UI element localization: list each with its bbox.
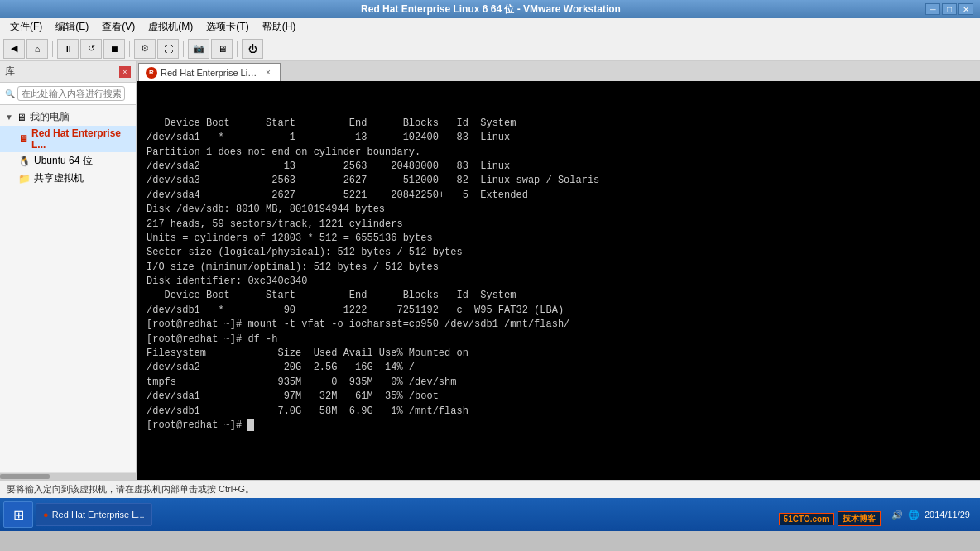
tree-child-icon-0: 🖥	[18, 133, 28, 145]
watermark-badge-1: 51CTO.com	[779, 513, 834, 525]
terminal-line: /dev/sda2 20G 2.5G 16G 14% /	[147, 361, 970, 375]
terminal-line: /dev/sda3 2563 2627 512000 82 Linux swap…	[147, 174, 970, 188]
toolbar-btn-restart[interactable]: ↺	[80, 39, 102, 59]
terminal-line: /dev/sdb1 7.0G 58M 6.9G 1% /mnt/flash	[147, 405, 970, 419]
horizontal-scrollbar-thumb[interactable]	[0, 474, 50, 479]
sidebar-title: 库	[5, 65, 15, 79]
computer-icon: 🖥	[17, 112, 26, 123]
tree-child-label-1: Ubuntu 64 位	[34, 154, 93, 168]
terminal-screen[interactable]: Device Boot Start End Blocks Id System/d…	[137, 81, 980, 480]
terminal-line: [root@redhat ~]# df -h	[147, 333, 970, 347]
terminal-line: /dev/sdb1 * 90 1222 7251192 c W95 FAT32 …	[147, 304, 970, 318]
tree-child-1[interactable]: 🐧Ubuntu 64 位	[0, 152, 136, 170]
toolbar-btn-suspend[interactable]: ⏸	[57, 39, 79, 59]
sidebar-header: 库 ×	[0, 61, 136, 83]
vm-tree: ▼ 🖥 我的电脑 🖥Red Hat Enterprise L...🐧Ubuntu…	[0, 105, 136, 190]
tree-root[interactable]: ▼ 🖥 我的电脑	[0, 108, 136, 126]
app-title: Red Hat Enterprise Linux 6 64 位 - VMware…	[56, 2, 925, 17]
vm-tab-label: Red Hat Enterprise Linux ...	[161, 68, 260, 78]
status-bar: 要将输入定向到该虚拟机，请在虚拟机内部单击或按 Ctrl+G。	[0, 480, 980, 498]
vm-tab[interactable]: R Red Hat Enterprise Linux ... ×	[138, 63, 281, 81]
taskbar: ⊞ ●Red Hat Enterprise L... 🔊 🌐 2014/11/2…	[0, 498, 980, 531]
taskbar-vm-label-0: Red Hat Enterprise L...	[52, 510, 145, 520]
network-icon: 🌐	[908, 510, 920, 520]
search-box: 🔍	[0, 83, 136, 105]
tree-child-2[interactable]: 📁共享虚拟机	[0, 170, 136, 187]
menu-bar: 文件(F)编辑(E)查看(V)虚拟机(M)选项卡(T)帮助(H)	[0, 18, 980, 36]
watermark: 51CTO.com 技术博客	[779, 511, 881, 526]
terminal-line: Partition 1 does not end on cylinder bou…	[147, 146, 970, 160]
menu-item-v[interactable]: 查看(V)	[95, 18, 142, 36]
volume-icon: 🔊	[891, 510, 903, 520]
sidebar-close-button[interactable]: ×	[119, 66, 131, 78]
sidebar-scroll: ▼ 🖥 我的电脑 🖥Red Hat Enterprise L...🐧Ubuntu…	[0, 105, 136, 472]
menu-item-f[interactable]: 文件(F)	[3, 18, 49, 36]
terminal-line: /dev/sda4 2627 5221 20842250+ 5 Extended	[147, 189, 970, 203]
toolbar-btn-back[interactable]: ◀	[3, 39, 25, 59]
sidebar-tree: ▼ 🖥 我的电脑 🖥Red Hat Enterprise L...🐧Ubuntu…	[0, 105, 136, 472]
menu-item-e[interactable]: 编辑(E)	[49, 18, 95, 36]
datetime-display: 2014/11/29	[925, 510, 970, 520]
toolbar: ◀ ⌂ ⏸ ↺ ⏹ ⚙ ⛶ 📷 🖥 ⏻	[0, 36, 980, 61]
taskbar-buttons: ●Red Hat Enterprise L...	[36, 503, 152, 526]
terminal-line: Filesystem Size Used Avail Use% Mounted …	[147, 347, 970, 361]
sidebar-bottom-bar	[0, 472, 136, 480]
terminal-line: Sector size (logical/physical): 512 byte…	[147, 246, 970, 260]
maximize-button[interactable]: □	[942, 3, 957, 15]
vm-tab-icon: R	[146, 67, 157, 79]
toolbar-btn-home[interactable]: ⌂	[26, 39, 48, 59]
tree-child-label-2: 共享虚拟机	[34, 171, 84, 185]
terminal-line: Disk identifier: 0xc340c340	[147, 275, 970, 289]
date-text: 2014/11/29	[925, 510, 970, 520]
search-input[interactable]	[17, 86, 125, 101]
toolbar-separator-1	[52, 41, 53, 57]
menu-item-h[interactable]: 帮助(H)	[256, 18, 303, 36]
tree-child-icon-2: 📁	[18, 173, 31, 184]
minimize-button[interactable]: ─	[925, 3, 940, 15]
terminal-line: /dev/sda1 97M 32M 61M 35% /boot	[147, 390, 970, 404]
toolbar-separator-2	[129, 41, 130, 57]
terminal-line: [root@redhat ~]# mount -t vfat -o iochar…	[147, 318, 970, 332]
terminal-line: /dev/sda1 * 1 13 102400 83 Linux	[147, 131, 970, 145]
terminal-line: tmpfs 935M 0 935M 0% /dev/shm	[147, 376, 970, 390]
toolbar-btn-fullscreen[interactable]: ⛶	[157, 39, 179, 59]
tree-child-0[interactable]: 🖥Red Hat Enterprise L...	[0, 126, 136, 152]
terminal-line: /dev/sda2 13 2563 20480000 83 Linux	[147, 160, 970, 174]
menu-item-t[interactable]: 选项卡(T)	[199, 18, 255, 36]
tree-expand-arrow: ▼	[5, 113, 13, 122]
tree-root-label: 我的电脑	[30, 110, 70, 124]
sidebar: 库 × 🔍 ▼ 🖥 我的电脑 🖥Red Hat Enterprise L...🐧…	[0, 61, 137, 480]
toolbar-separator-3	[183, 41, 184, 57]
close-button[interactable]: ✕	[958, 3, 973, 15]
tab-bar: R Red Hat Enterprise Linux ... ×	[137, 61, 980, 81]
terminal-line: Units = cylinders of 12803 * 512 = 65551…	[147, 232, 970, 246]
menu-item-m[interactable]: 虚拟机(M)	[142, 18, 199, 36]
tree-child-icon-1: 🐧	[18, 156, 31, 167]
terminal-line: 217 heads, 59 sectors/track, 1221 cylind…	[147, 218, 970, 232]
tree-child-label-0: Red Hat Enterprise L...	[31, 127, 131, 151]
main-layout: 库 × 🔍 ▼ 🖥 我的电脑 🖥Red Hat Enterprise L...🐧…	[0, 61, 980, 480]
taskbar-vm-button-0[interactable]: ●Red Hat Enterprise L...	[36, 503, 152, 526]
toolbar-btn-share[interactable]: 🖥	[211, 39, 233, 59]
toolbar-btn-settings[interactable]: ⚙	[134, 39, 156, 59]
window-controls: ─ □ ✕	[925, 3, 973, 15]
status-message: 要将输入定向到该虚拟机，请在虚拟机内部单击或按 Ctrl+G。	[7, 483, 254, 496]
terminal-cursor	[247, 419, 254, 431]
terminal-line: I/O size (minimum/optimal): 512 bytes / …	[147, 261, 970, 275]
watermark-badge-2: 技术博客	[838, 511, 881, 526]
toolbar-btn-stop[interactable]: ⏹	[103, 39, 125, 59]
search-icon: 🔍	[5, 89, 15, 98]
terminal-line: Device Boot Start End Blocks Id System	[147, 289, 970, 303]
title-bar: Red Hat Enterprise Linux 6 64 位 - VMware…	[0, 0, 980, 18]
start-button[interactable]: ⊞	[3, 501, 33, 528]
system-tray: 🔊 🌐 2014/11/29	[885, 510, 977, 520]
vm-tab-close[interactable]: ×	[263, 68, 273, 78]
terminal-line: Disk /dev/sdb: 8010 MB, 8010194944 bytes	[147, 203, 970, 217]
taskbar-vm-icon-0: ●	[43, 510, 49, 520]
toolbar-btn-snapshot[interactable]: 📷	[188, 39, 209, 59]
tab-area: R Red Hat Enterprise Linux ... × Device …	[137, 61, 980, 480]
toolbar-separator-4	[237, 41, 238, 57]
toolbar-btn-power[interactable]: ⏻	[242, 39, 263, 59]
terminal-line: [root@redhat ~]#	[147, 419, 970, 433]
terminal-line: Device Boot Start End Blocks Id System	[147, 117, 970, 131]
